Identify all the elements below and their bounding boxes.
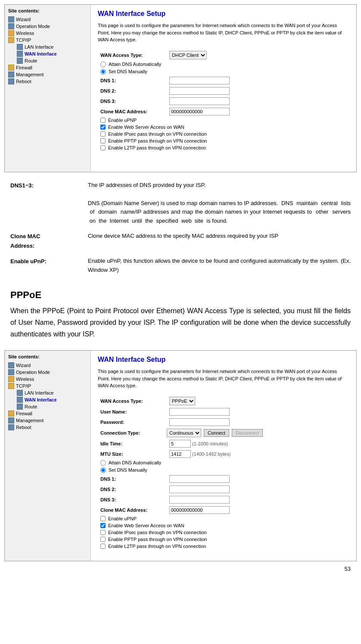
dns-desc-text: The IP addresses of DNS provided by your… (88, 181, 351, 226)
bottom-sidebar-item-reboot[interactable]: Reboot (8, 424, 87, 431)
password-row: Password: (98, 417, 349, 427)
idle-time-input[interactable] (169, 440, 191, 448)
doc-icon (8, 417, 14, 423)
dns-desc-label: DNS1~3: (10, 181, 88, 226)
bottom-cb-ipsec-input[interactable] (100, 530, 106, 535)
cb-l2tp-row: Enable L2TP pass through on VPN connecti… (98, 144, 349, 151)
bottom-screenshot: Site contents: Wizard Operation Mode Wir… (4, 350, 357, 561)
bottom-radio-manual-input[interactable] (100, 467, 106, 473)
cb-upnp-label: Enable uPNP (108, 118, 137, 123)
connect-button[interactable]: Connect (204, 429, 229, 437)
sidebar-item-reboot[interactable]: Reboot (8, 78, 87, 85)
bottom-dns1-input[interactable] (169, 475, 230, 483)
bottom-sidebar-item-wireless[interactable]: Wireless (8, 376, 87, 383)
dns1-label: DNS 1: (98, 75, 167, 86)
cb-pptp-input[interactable] (100, 138, 106, 143)
top-page-title: WAN Interface Setup (98, 10, 349, 18)
dns2-input[interactable] (169, 87, 230, 95)
cb-upnp-input[interactable] (100, 118, 106, 123)
bottom-sidebar-item-wan[interactable]: WAN Interface (8, 396, 87, 403)
bottom-page-title: WAN Interface Setup (98, 356, 349, 364)
clone-mac-desc-text: Clone device MAC address to the specify … (88, 232, 351, 251)
sidebar-item-wireless[interactable]: Wireless (8, 30, 87, 37)
bottom-dns2-input[interactable] (169, 485, 230, 493)
sidebar-item-operation-mode[interactable]: Operation Mode (8, 23, 87, 30)
bottom-dns1-label: DNS 1: (98, 474, 167, 484)
clone-mac-input[interactable] (169, 108, 230, 115)
idle-time-note: (1-1000 minutes) (192, 441, 228, 446)
cb-ipsec-input[interactable] (100, 131, 106, 137)
folder-icon (8, 65, 14, 71)
bottom-dns3-row: DNS 3: (98, 495, 349, 505)
bottom-sidebar-item-lan[interactable]: LAN Interface (8, 389, 87, 396)
doc-icon (17, 404, 23, 410)
disconnect-button[interactable]: Disconnect (232, 429, 263, 437)
bottom-wan-access-row: WAN Access Type: PPPoE (98, 395, 349, 407)
cb-web-server-row: Enable Web Server Access on WAN (98, 124, 349, 131)
username-label: User Name: (98, 407, 167, 417)
bottom-sidebar-item-tcpip[interactable]: TCP/IP (8, 383, 87, 389)
wan-access-type-select[interactable]: DHCP Client (169, 51, 207, 59)
bottom-clone-mac-input[interactable] (169, 506, 230, 514)
mtu-input[interactable] (169, 450, 191, 458)
doc-icon (8, 369, 14, 375)
dns1-input[interactable] (169, 77, 230, 84)
doc-icon (8, 424, 14, 430)
bottom-cb-pptp-input[interactable] (100, 537, 106, 542)
connection-type-label: Connection Type: (98, 427, 167, 439)
sidebar-item-firewall[interactable]: Firewall (8, 64, 87, 71)
clone-mac-desc-label: Clone MACAddress: (10, 232, 88, 251)
doc-icon (8, 78, 14, 84)
description-section: DNS1~3: The IP addresses of DNS provided… (0, 177, 361, 285)
mtu-row: MTU Size: (1400-1492 bytes) (98, 449, 349, 459)
bottom-dns2-label: DNS 2: (98, 484, 167, 495)
mtu-note: (1400-1492 bytes) (192, 451, 230, 457)
bottom-radio-attain-input[interactable] (100, 460, 106, 466)
bottom-radio-attain: Attain DNS Automatically (98, 459, 349, 467)
radio-set-manual: Set DNS Manually (98, 68, 349, 75)
doc-icon (17, 58, 23, 64)
dns2-row: DNS 2: (98, 86, 349, 96)
cb-l2tp-label: Enable L2TP pass through on VPN connecti… (108, 145, 206, 150)
clone-mac-desc-row: Clone MACAddress: Clone device MAC addre… (10, 232, 351, 251)
bottom-sidebar-item-operation-mode[interactable]: Operation Mode (8, 369, 87, 376)
cb-upnp-row: Enable uPNP (98, 117, 349, 124)
cb-web-server-input[interactable] (100, 124, 106, 130)
cb-pptp-label: Enable PPTP pass through on VPN connecti… (108, 138, 207, 143)
upnp-desc-text: Enable uPnP, this function allows the de… (88, 257, 351, 275)
dns3-label: DNS 3: (98, 96, 167, 106)
bottom-sidebar-item-firewall[interactable]: Firewall (8, 410, 87, 417)
radio-manual-input[interactable] (100, 69, 106, 75)
connection-type-select[interactable]: Continuous (167, 429, 201, 437)
cb-l2tp-input[interactable] (100, 145, 106, 150)
bottom-sidebar-item-route[interactable]: Route (8, 403, 87, 410)
bottom-dns2-row: DNS 2: (98, 484, 349, 495)
upnp-desc-label: Enable uPnP: (10, 257, 88, 275)
sidebar-item-lan-interface[interactable]: LAN Interface (8, 44, 87, 50)
top-sidebar-title: Site contents: (8, 8, 87, 13)
clone-mac-row: Clone MAC Address: (98, 106, 349, 117)
upnp-desc-row: Enable uPnP: Enable uPnP, this function … (10, 257, 351, 275)
dns3-input[interactable] (169, 97, 230, 105)
bottom-cb-web-server-input[interactable] (100, 523, 106, 528)
username-input[interactable] (169, 408, 230, 416)
wan-access-type-label: WAN Access Type: (98, 50, 167, 61)
sidebar-item-wan-interface[interactable]: WAN Interface (8, 50, 87, 57)
bottom-dns3-input[interactable] (169, 496, 230, 504)
password-input[interactable] (169, 418, 230, 426)
cb-web-server-label: Enable Web Server Access on WAN (108, 124, 184, 130)
mtu-label: MTU Size: (98, 449, 167, 459)
sidebar-item-wizard[interactable]: Wizard (8, 16, 87, 23)
bottom-dns1-row: DNS 1: (98, 474, 349, 484)
radio-attain-input[interactable] (100, 62, 106, 67)
bottom-sidebar: Site contents: Wizard Operation Mode Wir… (5, 351, 91, 561)
top-main-content: WAN Interface Setup This page is used to… (91, 5, 356, 172)
bottom-sidebar-item-management[interactable]: Management (8, 417, 87, 424)
bottom-cb-upnp-input[interactable] (100, 516, 106, 521)
bottom-cb-l2tp-input[interactable] (100, 544, 106, 549)
bottom-wan-access-select[interactable]: PPPoE (169, 397, 195, 405)
bottom-sidebar-item-wizard[interactable]: Wizard (8, 362, 87, 369)
sidebar-item-route[interactable]: Route (8, 57, 87, 64)
sidebar-item-management[interactable]: Management (8, 71, 87, 78)
sidebar-item-tcpip[interactable]: TCP/IP (8, 37, 87, 44)
